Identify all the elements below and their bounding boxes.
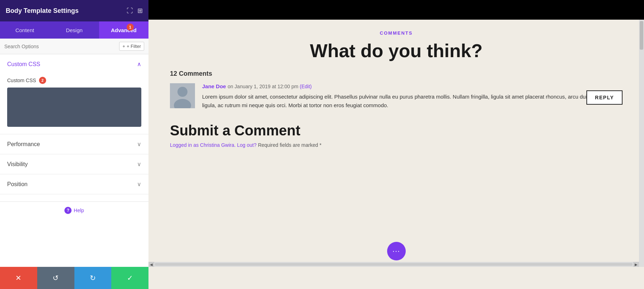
panel-content: Custom CSS ∧ Custom CSS 2 Performance ∨ …: [0, 54, 148, 289]
comments-count: 12 Comments: [170, 70, 623, 78]
panel-header: Body Template Settings ⛶ ⊞: [0, 0, 148, 21]
logged-in-text: Logged in as Christina Gwira. Log out? R…: [170, 142, 623, 148]
scrollbar-thumb[interactable]: [640, 21, 643, 50]
visibility-arrow: ∨: [137, 161, 141, 168]
h-scroll-left[interactable]: ◀: [148, 262, 154, 267]
cancel-button[interactable]: ✕: [0, 267, 37, 289]
tab-bar: Content Design Advanced 1: [0, 21, 148, 39]
left-panel: Body Template Settings ⛶ ⊞ Content Desig…: [0, 0, 148, 289]
h-scroll-track[interactable]: [155, 263, 633, 266]
comments-heading: What do you think?: [170, 40, 623, 61]
filter-label: + Filter: [127, 44, 141, 49]
top-black-bar: [148, 0, 644, 20]
section-custom-css: Custom CSS ∧ Custom CSS 2: [0, 54, 148, 134]
comment-author-line: Jane Doe on January 1, 2019 at 12:00 pm …: [202, 83, 623, 90]
vertical-scrollbar[interactable]: [639, 20, 644, 267]
performance-title: Performance: [7, 141, 40, 148]
custom-css-header[interactable]: Custom CSS ∧: [0, 54, 148, 74]
reply-button[interactable]: REPLY: [586, 90, 623, 105]
logged-in-link[interactable]: Logged in as Christina Gwira. Log out?: [170, 142, 258, 148]
search-input[interactable]: [4, 44, 119, 49]
section-visibility: Visibility ∨: [0, 154, 148, 174]
comment-body: Jane Doe on January 1, 2019 at 12:00 pm …: [202, 83, 623, 110]
search-bar: + + Filter: [0, 39, 148, 54]
custom-css-title: Custom CSS: [7, 61, 40, 68]
visibility-header[interactable]: Visibility ∨: [0, 154, 148, 174]
panel-title: Body Template Settings: [6, 7, 79, 15]
right-panel: COMMENTS What do you think? 12 Comments …: [148, 0, 644, 289]
required-text: Required fields are marked *: [258, 142, 321, 148]
performance-header[interactable]: Performance ∨: [0, 134, 148, 154]
help-footer[interactable]: ? Help: [0, 201, 148, 219]
position-arrow: ∨: [137, 181, 141, 188]
bottom-bar: ✕ ↺ ↻ ✓: [0, 267, 148, 289]
author-name: Jane Doe: [202, 83, 226, 89]
redo-icon: ↻: [90, 274, 96, 282]
save-icon: ✓: [127, 274, 133, 282]
comment-item: Jane Doe on January 1, 2019 at 12:00 pm …: [170, 83, 623, 110]
submit-heading: Submit a Comment: [170, 123, 623, 139]
comment-meta: on January 1, 2019 at 12:00 pm (Edit): [228, 84, 312, 89]
comments-section-label: COMMENTS: [170, 30, 623, 36]
tab-design[interactable]: Design: [49, 21, 99, 39]
logged-in-prefix: Logged in as Christina Gwira.: [170, 142, 236, 148]
grid-icon[interactable]: ⊞: [137, 7, 143, 15]
custom-css-label: Custom CSS 2: [7, 77, 141, 84]
position-header[interactable]: Position ∨: [0, 174, 148, 194]
save-button[interactable]: ✓: [111, 267, 148, 289]
tab-content-label: Content: [15, 27, 34, 33]
custom-css-badge: 2: [39, 77, 46, 84]
fab-icon: ···: [392, 246, 400, 256]
header-icons: ⛶ ⊞: [127, 7, 143, 15]
horizontal-scrollbar: ◀ ▶: [148, 262, 639, 267]
visibility-title: Visibility: [7, 161, 28, 168]
help-label: Help: [74, 208, 84, 213]
cancel-icon: ✕: [15, 274, 21, 282]
redo-button[interactable]: ↻: [74, 267, 112, 289]
logout-link: Log out?: [237, 142, 257, 148]
custom-css-field-label: Custom CSS: [7, 78, 36, 83]
advanced-badge: 1: [127, 24, 134, 31]
position-title: Position: [7, 181, 28, 188]
undo-icon: ↺: [53, 274, 59, 282]
svg-point-1: [177, 87, 187, 97]
avatar: [170, 83, 195, 108]
filter-button[interactable]: + + Filter: [119, 42, 144, 51]
expand-icon[interactable]: ⛶: [127, 7, 133, 15]
help-icon: ?: [64, 207, 72, 214]
performance-arrow: ∨: [137, 141, 141, 148]
css-editor[interactable]: [7, 88, 141, 127]
section-position: Position ∨: [0, 174, 148, 194]
tab-advanced[interactable]: Advanced 1: [99, 21, 148, 39]
edit-link[interactable]: (Edit): [300, 84, 312, 89]
h-scroll-right[interactable]: ▶: [633, 262, 639, 267]
tab-content[interactable]: Content: [0, 21, 49, 39]
fab-button[interactable]: ···: [387, 242, 406, 260]
submit-section: Submit a Comment Logged in as Christina …: [170, 123, 623, 148]
section-performance: Performance ∨: [0, 134, 148, 154]
custom-css-arrow: ∧: [137, 61, 141, 68]
undo-button[interactable]: ↺: [37, 267, 74, 289]
comment-date: on January 1, 2019 at 12:00 pm: [228, 84, 298, 89]
comment-text: Lorem ipsum dolor sit amet, consectetur …: [202, 93, 623, 110]
tab-design-label: Design: [66, 27, 83, 33]
custom-css-body: Custom CSS 2: [0, 74, 148, 134]
filter-plus-icon: +: [122, 44, 125, 49]
